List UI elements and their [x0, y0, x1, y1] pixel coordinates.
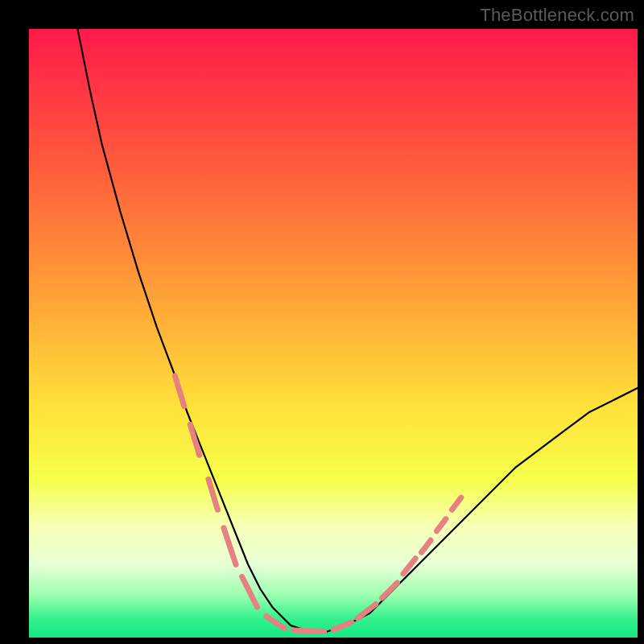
chart-frame: TheBottleneck.com — [0, 0, 644, 644]
gradient-background — [29, 29, 638, 638]
watermark-text: TheBottleneck.com — [480, 5, 634, 26]
chart-svg — [29, 29, 638, 638]
plot-area — [29, 29, 638, 638]
marker-dash — [294, 630, 324, 632]
